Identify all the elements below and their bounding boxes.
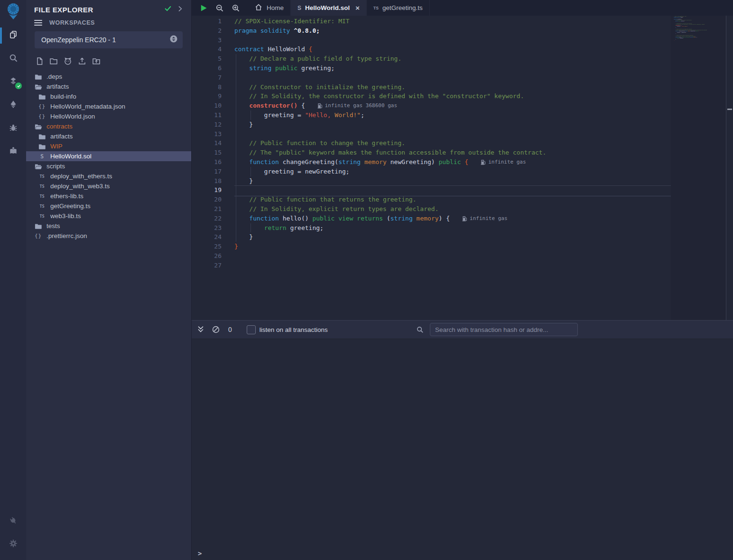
code-line: pragma solidity ^0.8.0;	[234, 26, 671, 36]
line-number: 7	[192, 73, 234, 83]
rail-button-file-explorer[interactable]	[0, 28, 26, 43]
hamburger-menu-icon[interactable]	[34, 18, 42, 27]
workspaces-label: WORKSPACES	[49, 19, 95, 26]
tree-item-label: tests	[46, 222, 60, 230]
line-number: 19	[192, 185, 234, 195]
minimap[interactable]: // SPDX-License-Identifier: MITpragma so…	[671, 16, 726, 320]
gas-estimate-decoration: infinite gas	[462, 214, 507, 223]
rail-button-plugin-manager[interactable]	[0, 514, 26, 529]
new-folder-button[interactable]	[48, 57, 58, 67]
file-explorer-icon	[9, 30, 18, 41]
tree-item-HelloWorld.json[interactable]: {}HelloWorld.json	[26, 111, 191, 121]
tree-item-label: contracts	[46, 123, 73, 130]
upload-folder-button[interactable]	[91, 57, 101, 67]
tree-item-label: HelloWorld.json	[50, 113, 95, 120]
typescript-file-icon: TS	[38, 204, 46, 209]
tree-item-WIP[interactable]: WIP	[26, 141, 191, 151]
search-icon	[416, 325, 424, 334]
code-line: }	[234, 242, 671, 251]
code-line: }	[234, 176, 671, 186]
tree-item-tests[interactable]: tests	[26, 221, 191, 231]
code-line: contract HelloWorld {	[234, 45, 671, 54]
code-editor[interactable]: 1234567891011121314151617181920212223242…	[192, 16, 733, 320]
new-file-button[interactable]	[34, 57, 44, 67]
chevron-right-icon[interactable]	[176, 5, 184, 14]
tree-item-contracts[interactable]: contracts	[26, 121, 191, 131]
line-number: 8	[192, 83, 234, 92]
tree-item-getGreeting.ts[interactable]: TSgetGreeting.ts	[26, 201, 191, 211]
tab-Home[interactable]: Home	[248, 0, 291, 16]
tree-item-.deps[interactable]: .deps	[26, 72, 191, 82]
typescript-file-icon: TS	[38, 194, 46, 199]
terminal-toolbar: 0 listen on all transactions	[192, 320, 733, 339]
zoom-out-button[interactable]	[214, 0, 225, 16]
code-line: string public greeting;	[234, 64, 671, 73]
terminal-output[interactable]: >	[192, 339, 733, 560]
upload-file-button[interactable]	[77, 57, 87, 67]
tree-item-deploy_with_ethers.ts[interactable]: TSdeploy_with_ethers.ts	[26, 171, 191, 181]
listen-transactions-checkbox[interactable]	[247, 325, 256, 334]
line-number: 21	[192, 204, 234, 214]
close-tab-icon[interactable]: ×	[355, 4, 360, 11]
accept-check-icon[interactable]	[164, 5, 172, 14]
rail-button-search[interactable]	[0, 52, 26, 66]
tree-item-artifacts[interactable]: artifacts	[26, 82, 191, 92]
tree-item-artifacts[interactable]: artifacts	[26, 131, 191, 141]
tree-item-label: scripts	[46, 163, 65, 170]
unit-testing-icon	[9, 147, 18, 157]
code-line: // Declare a public field of type string…	[234, 54, 671, 64]
rail-button-deploy-run[interactable]	[0, 98, 26, 112]
workspace-switch-icon	[169, 35, 178, 45]
line-number: 16	[192, 157, 234, 167]
rail-button-unit-testing[interactable]	[0, 145, 26, 159]
workspace-selector[interactable]: OpenZeppelin ERC20 - 1	[35, 31, 183, 48]
tree-item-label: build-info	[50, 93, 76, 100]
tree-item-.prettierrc.json[interactable]: {}.prettierrc.json	[26, 231, 191, 241]
new-folder-icon	[49, 57, 58, 67]
typescript-file-icon: TS	[38, 174, 46, 179]
line-number: 11	[192, 110, 234, 120]
code-line: constructor() {infinite gas 368600 gas	[234, 101, 671, 110]
line-number: 3	[192, 36, 234, 45]
tree-item-label: web3-lib.ts	[50, 212, 81, 220]
code-line: // The "public" keyword makes the functi…	[234, 148, 671, 157]
overview-ruler[interactable]	[726, 16, 733, 320]
line-number: 10	[192, 101, 234, 110]
tree-item-label: deploy_with_web3.ts	[50, 183, 110, 190]
tree-item-web3-lib.ts[interactable]: TSweb3-lib.ts	[26, 211, 191, 221]
clear-console-icon[interactable]	[212, 325, 220, 334]
code-line	[234, 36, 671, 45]
tab-getGreeting.ts[interactable]: TSgetGreeting.ts	[367, 0, 430, 16]
json-file-icon: {}	[38, 103, 46, 110]
folder-open-icon	[34, 122, 42, 131]
code-area[interactable]: // SPDX-License-Identifier: MITpragma so…	[234, 16, 671, 320]
terminal-search-input[interactable]	[430, 323, 578, 336]
rail-button-remix-logo[interactable]	[0, 3, 26, 22]
line-number: 20	[192, 195, 234, 204]
tab-bar: HomeSHelloWorld.sol×TSgetGreeting.ts	[192, 0, 733, 16]
rail-button-solidity-compiler[interactable]	[0, 75, 26, 89]
compile-success-badge	[15, 83, 22, 89]
tree-item-ethers-lib.ts[interactable]: TSethers-lib.ts	[26, 191, 191, 201]
line-number: 1	[192, 17, 234, 26]
zoom-in-button[interactable]	[231, 0, 241, 16]
tree-item-HelloWorld.sol[interactable]: SHelloWorld.sol	[26, 151, 191, 161]
rail-button-debugger[interactable]	[0, 121, 26, 136]
tree-item-scripts[interactable]: scripts	[26, 161, 191, 171]
folder-open-icon	[34, 162, 42, 171]
tree-item-deploy_with_web3.ts[interactable]: TSdeploy_with_web3.ts	[26, 181, 191, 191]
code-line: // SPDX-License-Identifier: MIT	[234, 17, 671, 26]
rail-button-settings[interactable]	[0, 537, 26, 551]
line-number: 6	[192, 64, 234, 73]
run-script-button[interactable]	[198, 0, 209, 16]
tree-item-HelloWorld_metadata.json[interactable]: {}HelloWorld_metadata.json	[26, 101, 191, 111]
collapse-terminal-icon[interactable]	[196, 325, 205, 334]
upload-folder-icon	[92, 57, 101, 67]
tab-HelloWorld.sol[interactable]: SHelloWorld.sol×	[291, 0, 367, 16]
code-line: }	[234, 120, 671, 129]
typescript-file-icon: TS	[373, 6, 379, 10]
publish-github-button[interactable]	[63, 57, 73, 67]
json-file-icon: {}	[34, 233, 42, 239]
tree-item-build-info[interactable]: build-info	[26, 92, 191, 101]
file-toolbar	[34, 57, 191, 67]
